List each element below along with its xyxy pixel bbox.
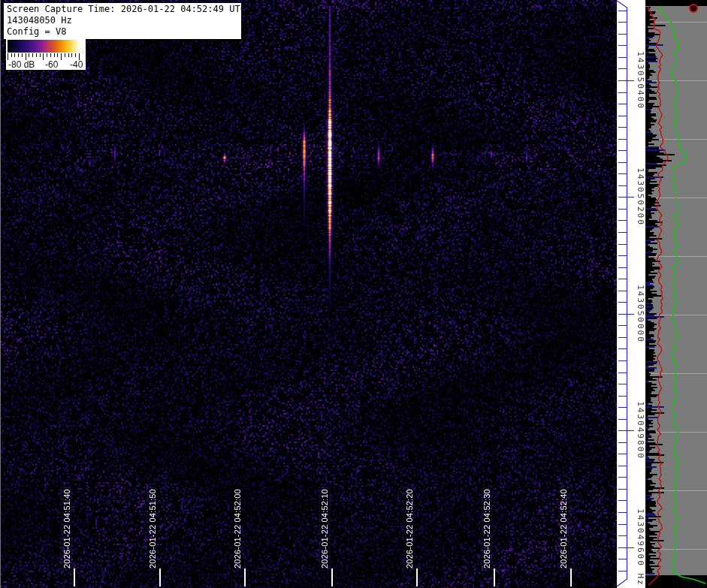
time-axis-tick: [570, 568, 572, 586]
frequency-axis-label: 143049800: [634, 378, 646, 483]
time-axis-label: 2026-01-22 04:52:30: [482, 484, 492, 568]
config-line: Config = V8: [7, 26, 238, 38]
time-axis-label: 2026-01-22 04:52:10: [319, 484, 330, 568]
record-indicator-icon: [689, 4, 698, 13]
frequency-axis-label: 143050400: [634, 28, 646, 133]
time-axis-label: 2026-01-22 04:52:20: [404, 484, 415, 568]
time-axis-label: 2026-01-22 04:51:40: [62, 484, 72, 568]
spectrogram-app: Screen Capture Time: 2026-01-22 04:52:49…: [0, 0, 707, 588]
time-axis-tick: [331, 568, 333, 586]
frequency-axis-label: 143050200: [634, 144, 646, 249]
capture-time-line: Screen Capture Time: 2026-01-22 04:52:49…: [7, 4, 238, 15]
frequency-axis-label: 143050000: [634, 261, 646, 366]
time-axis-label: 2026-01-22 04:52:00: [232, 484, 243, 568]
time-axis-label: 2026-01-22 04:51:50: [147, 484, 158, 568]
color-scale-label-max: -40: [70, 59, 83, 70]
frequency-axis-label: 143049600 Hz: [634, 495, 646, 588]
color-scale-gradient: [8, 40, 80, 53]
color-scale-labels: -80 dB -60 -40: [6, 59, 86, 70]
center-frequency-line: 143048050 Hz: [7, 15, 238, 26]
time-axis-tick: [159, 568, 161, 586]
color-scale-label-mid: -60: [45, 59, 58, 70]
time-axis-tick: [494, 568, 495, 586]
color-scale-label-min: -80 dB: [8, 59, 35, 70]
time-axis-tick: [416, 568, 418, 586]
time-axis-tick: [74, 568, 75, 586]
capture-info-box: Screen Capture Time: 2026-01-22 04:52:49…: [3, 2, 242, 40]
time-axis-tick: [244, 568, 246, 586]
live-spectrum-panel-canvas: [645, 0, 707, 588]
color-scale-legend: -80 dB -60 -40: [6, 39, 86, 70]
time-axis-label: 2026-01-22 04:52:40: [558, 484, 569, 568]
waterfall-spectrogram-canvas: [1, 0, 617, 588]
